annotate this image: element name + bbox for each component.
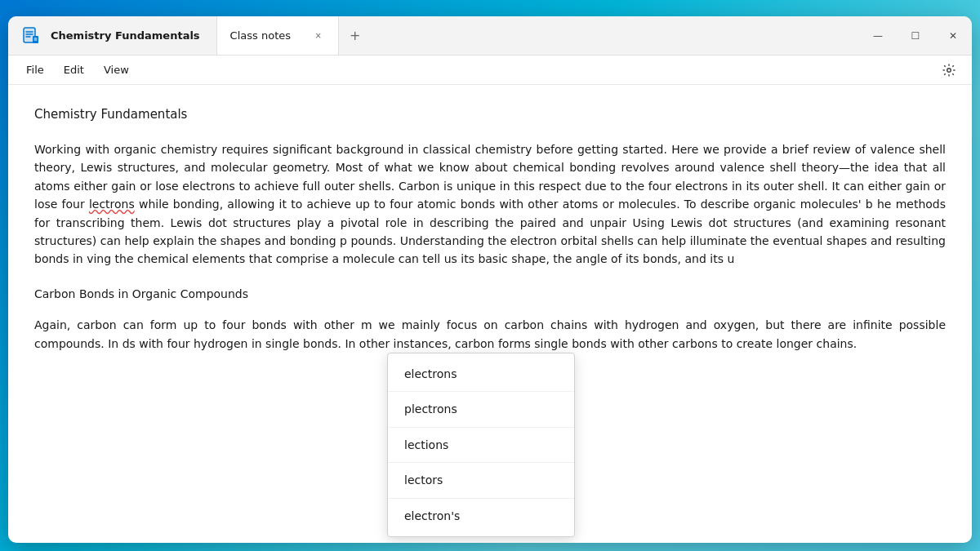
menu-file[interactable]: File	[18, 60, 52, 79]
svg-point-8	[947, 68, 951, 72]
menu-view[interactable]: View	[96, 60, 137, 79]
app-title: Chemistry Fundamentals	[51, 29, 200, 42]
document-paragraph-1: Working with organic chemistry requires …	[34, 140, 946, 269]
window-controls: — ☐ ✕	[859, 16, 972, 56]
tab-close-button[interactable]: ×	[312, 29, 325, 42]
app-icon	[18, 23, 44, 49]
section-title-carbon: Carbon Bonds in Organic Compounds	[34, 285, 946, 303]
tab-label: Class notes	[230, 29, 291, 42]
document-title: Chemistry Fundamentals	[34, 104, 946, 124]
new-tab-button[interactable]: +	[342, 23, 368, 49]
tab-class-notes[interactable]: Class notes ×	[216, 16, 339, 55]
autocomplete-item-lections[interactable]: lections	[388, 428, 574, 463]
menu-edit[interactable]: Edit	[56, 60, 92, 79]
settings-button[interactable]	[936, 57, 962, 83]
autocomplete-dropdown: electrons plectrons lections lectors ele…	[387, 353, 575, 537]
autocomplete-item-lectors[interactable]: lectors	[388, 463, 574, 498]
autocomplete-item-electrons[interactable]: electrons	[388, 357, 574, 392]
close-button[interactable]: ✕	[934, 16, 972, 56]
maximize-button[interactable]: ☐	[897, 16, 934, 56]
document-paragraph-2: Again, carbon can form up to four bonds …	[34, 316, 946, 353]
app-window: Chemistry Fundamentals Class notes × + —…	[8, 16, 972, 543]
autocomplete-item-electrons-possessive[interactable]: electron's	[388, 499, 574, 533]
document-content[interactable]: Chemistry Fundamentals Working with orga…	[8, 85, 972, 543]
title-bar: Chemistry Fundamentals Class notes × + —…	[8, 16, 972, 56]
autocomplete-item-plectrons[interactable]: plectrons	[388, 392, 574, 427]
minimize-button[interactable]: —	[859, 16, 897, 56]
tab-bar: Class notes × +	[216, 16, 859, 55]
misspelled-word: lectrons	[89, 198, 135, 211]
menu-bar: File Edit View	[8, 56, 972, 85]
